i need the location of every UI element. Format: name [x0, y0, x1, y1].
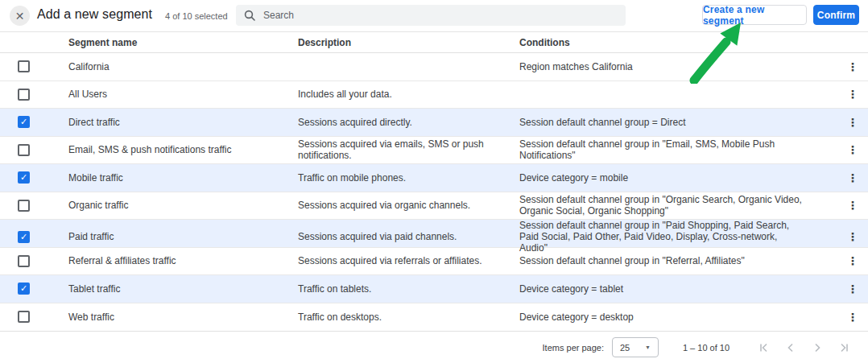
row-checkbox[interactable] [18, 255, 30, 267]
kebab-menu-icon[interactable]: ⋮ [847, 283, 858, 295]
segment-name: Web traffic [68, 311, 298, 323]
table-row[interactable]: Email, SMS & push notifications traffic … [0, 137, 868, 165]
segment-conditions: Session default channel group in "Paid S… [519, 220, 837, 254]
row-checkbox[interactable] [18, 144, 30, 156]
segment-conditions: Session default channel group in "Organi… [519, 194, 837, 217]
row-checkbox[interactable] [18, 89, 30, 101]
row-checkbox[interactable] [18, 171, 30, 184]
search-box[interactable] [236, 5, 626, 26]
segment-conditions: Device category = tablet [519, 283, 837, 295]
column-header-description: Description [298, 37, 519, 48]
items-per-page-label: Items per page: [543, 343, 604, 353]
search-icon [244, 10, 255, 21]
create-a-new-segment-button[interactable]: Create a new segment [702, 5, 807, 25]
row-checkbox[interactable] [18, 60, 30, 72]
pagination-bar: Items per page: 25 ▼ 1 – 10 of 10 [0, 332, 868, 363]
segment-name: Organic traffic [68, 200, 298, 211]
search-input[interactable] [263, 10, 618, 21]
segment-description: Sessions acquired via paid channels. [298, 231, 519, 242]
previous-page-icon[interactable] [777, 338, 804, 357]
row-checkbox[interactable] [18, 311, 30, 323]
kebab-menu-icon[interactable]: ⋮ [847, 255, 858, 266]
segment-description: Traffic on desktops. [298, 311, 519, 323]
segment-name: Mobile traffic [68, 172, 298, 184]
kebab-menu-icon[interactable]: ⋮ [847, 61, 858, 72]
segment-name: Tablet traffic [68, 283, 298, 295]
table-row[interactable]: Tablet traffic Traffic on tablets. Devic… [0, 275, 868, 303]
last-page-icon[interactable] [830, 338, 857, 357]
page-range-text: 1 – 10 of 10 [678, 343, 734, 353]
table-row[interactable]: All Users Includes all your data. ⋮ [0, 81, 868, 109]
segment-description: Traffic on mobile phones. [298, 172, 519, 184]
row-checkbox[interactable] [18, 283, 30, 295]
kebab-menu-icon[interactable]: ⋮ [847, 231, 858, 242]
table-row[interactable]: California Region matches California ⋮ [0, 53, 868, 81]
kebab-menu-icon[interactable]: ⋮ [847, 200, 858, 211]
pager-controls [750, 338, 857, 357]
table-row[interactable]: Organic traffic Sessions acquired via or… [0, 192, 868, 221]
segment-description: Traffic on tablets. [298, 283, 519, 295]
segment-conditions: Device category = desktop [519, 311, 837, 323]
row-checkbox[interactable] [18, 116, 30, 128]
first-page-icon[interactable] [750, 338, 777, 357]
items-per-page-value: 25 [620, 343, 630, 353]
segment-name: California [68, 61, 298, 72]
segment-conditions: Session default channel group = Direct [519, 117, 837, 128]
dropdown-caret-icon: ▼ [645, 344, 651, 350]
kebab-menu-icon[interactable]: ⋮ [847, 311, 858, 323]
table-row[interactable]: Mobile traffic Traffic on mobile phones.… [0, 164, 868, 192]
segment-description: Sessions acquired via emails, SMS or pus… [298, 138, 519, 161]
table-header-row: Segment name Description Conditions [0, 32, 868, 53]
segment-conditions: Device category = mobile [519, 172, 837, 184]
segment-conditions: Session default channel group in "Email,… [519, 138, 837, 161]
table-row[interactable]: Paid traffic Sessions acquired via paid … [0, 220, 868, 248]
segment-conditions: Session default channel group in "Referr… [519, 255, 837, 266]
items-per-page-select[interactable]: 25 ▼ [612, 337, 659, 357]
segment-description: Includes all your data. [298, 89, 519, 100]
kebab-menu-icon[interactable]: ⋮ [847, 89, 858, 100]
next-page-icon[interactable] [804, 338, 830, 357]
table-row[interactable]: Web traffic Traffic on desktops. Device … [0, 303, 868, 332]
row-checkbox[interactable] [18, 200, 30, 212]
column-header-segment-name: Segment name [68, 37, 298, 48]
table-row[interactable]: Direct traffic Sessions acquired directl… [0, 109, 868, 137]
segment-description: Sessions acquired via referrals or affil… [298, 255, 519, 266]
kebab-menu-icon[interactable]: ⋮ [847, 172, 858, 184]
segment-table-body: California Region matches California ⋮ A… [0, 53, 868, 332]
segment-name: Referral & affiliates traffic [68, 255, 298, 266]
segment-name: Direct traffic [68, 117, 298, 128]
kebab-menu-icon[interactable]: ⋮ [847, 144, 858, 155]
page-title: Add a new segment [37, 7, 152, 22]
column-header-conditions: Conditions [519, 37, 837, 48]
row-checkbox[interactable] [18, 231, 30, 243]
segment-conditions: Region matches California [519, 61, 837, 72]
selection-status: 4 of 10 selected [165, 11, 228, 21]
segment-name: Paid traffic [68, 231, 298, 242]
add-segment-dialog: ✕ Add a new segment 4 of 10 selected Cre… [0, 0, 868, 363]
segment-description: Sessions acquired directly. [298, 117, 519, 128]
segment-name: All Users [68, 89, 298, 100]
segment-name: Email, SMS & push notifications traffic [68, 144, 298, 155]
segment-description: Sessions acquired via organic channels. [298, 200, 519, 211]
close-icon[interactable]: ✕ [10, 6, 30, 26]
dialog-header: ✕ Add a new segment 4 of 10 selected Cre… [0, 0, 868, 32]
kebab-menu-icon[interactable]: ⋮ [847, 117, 858, 128]
confirm-button[interactable]: Confirm [813, 5, 859, 25]
